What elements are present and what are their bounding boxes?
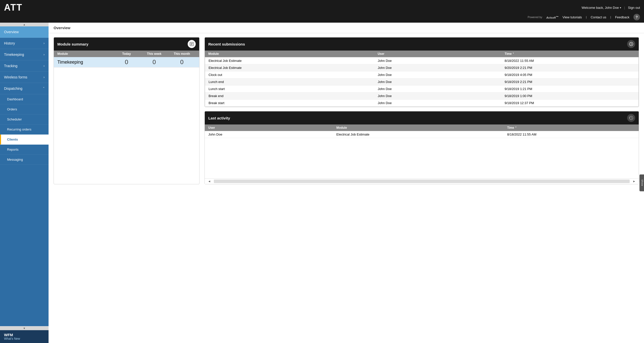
scroll-left-icon[interactable]: ◄ — [207, 180, 212, 183]
module-summary-columns: Module Today This week This month — [54, 51, 199, 57]
right-panels: Recent submissions Module User Time — [205, 37, 639, 184]
app-logo: ATT — [4, 2, 22, 13]
sidebar-item-dispatching[interactable]: Dispatching ˅ — [0, 83, 49, 94]
time-sort-icon-2[interactable]: ˅ — [515, 126, 516, 129]
main-content: Overview Module summary — [49, 23, 644, 343]
last-activity-header: Last activity — [205, 111, 639, 124]
chevron-right-icon: › — [44, 64, 45, 68]
last-activity-columns: User Module Time ˅ — [205, 124, 639, 131]
table-row: Lunch start John Doe 9/18/2019 1:21 PM — [205, 85, 638, 93]
contact-us-link[interactable]: Contact us — [591, 15, 606, 19]
brand-logo: Actsoft~ — [546, 15, 558, 20]
view-tutorials-link[interactable]: View tutorials — [562, 15, 582, 19]
powered-by-text: Powered by — [528, 16, 542, 19]
sign-out-link[interactable]: Sign out — [628, 6, 640, 10]
module-summary-rows: Timekeeping 0 0 0 — [54, 57, 199, 67]
wfm-subtitle: What's New — [4, 337, 45, 340]
sidebar-sub-item-reports[interactable]: Reports — [0, 145, 49, 155]
sidebar-item-wireless-forms[interactable]: Wireless forms › — [0, 72, 49, 83]
module-summary-header: Module summary — [54, 37, 199, 51]
sidebar-footer: WFM What's New — [0, 330, 49, 343]
module-summary-panel: Module summary Module Today This week — [54, 37, 199, 184]
last-activity-panel: Last activity User Module — [205, 111, 639, 184]
sidebar: ▲ Overview History › Timekeeping › Track… — [0, 23, 49, 343]
table-row: Break end John Doe 9/18/2019 1:00 PM — [205, 93, 638, 100]
last-activity-icon-btn[interactable] — [627, 114, 635, 122]
scrollbar-track[interactable] — [214, 180, 630, 183]
table-row: Electrical Job Estimate John Doe 9/20/20… — [205, 64, 638, 71]
recent-submissions-columns: Module User Time ˅ — [205, 51, 639, 57]
sidebar-sub-item-orders[interactable]: Orders — [0, 104, 49, 114]
app-layout: ▲ Overview History › Timekeeping › Track… — [0, 23, 644, 343]
page-title: Overview — [49, 23, 644, 33]
table-row: Lunch end John Doe 9/18/2019 2:21 PM — [205, 78, 638, 85]
time-sort-icon[interactable]: ˅ — [513, 53, 514, 55]
last-activity-scrollbar: ◄ ► — [205, 178, 639, 184]
app-header: ATT Welcome back, John Doe ▾ | Sign out … — [0, 0, 644, 23]
recent-submissions-icon-btn[interactable] — [627, 40, 635, 48]
scroll-right-icon[interactable]: ► — [632, 180, 637, 183]
sidebar-sub-item-dashboard[interactable]: Dashboard — [0, 94, 49, 104]
arrow-left-icon: ← — [637, 181, 640, 185]
side-panel-toggle[interactable]: Show ← — [639, 175, 644, 191]
table-row: Break start John Doe 9/18/2019 12:37 PM — [205, 100, 638, 107]
chevron-down-icon: ˅ — [43, 87, 45, 90]
sidebar-sub-item-clients[interactable]: Clients — [0, 135, 49, 145]
recent-submissions-panel: Recent submissions Module User Time — [205, 37, 639, 107]
module-summary-icon-btn[interactable] — [188, 40, 196, 48]
table-row: John Doe Electrical Job Estimate 8/18/20… — [205, 131, 639, 138]
sidebar-scroll-up[interactable]: ▲ — [0, 23, 49, 26]
last-activity-table: John Doe Electrical Job Estimate 8/18/20… — [205, 131, 639, 138]
help-button[interactable]: ? — [633, 14, 640, 20]
chevron-right-icon: › — [44, 75, 45, 79]
sidebar-item-overview[interactable]: Overview — [0, 26, 49, 38]
svg-point-4 — [629, 42, 633, 46]
content-area: Module summary Module Today This week — [49, 33, 644, 188]
chevron-right-icon: › — [44, 41, 45, 45]
recent-submissions-table[interactable]: Electrical Job Estimate John Doe 8/18/20… — [205, 57, 639, 107]
welcome-dropdown-icon[interactable]: ▾ — [620, 6, 621, 9]
recent-submissions-header: Recent submissions — [205, 37, 639, 51]
sidebar-sub-item-messaging[interactable]: Messaging — [0, 155, 49, 165]
table-row: Electrical Job Estimate John Doe 8/18/20… — [205, 57, 638, 64]
sidebar-item-history[interactable]: History › — [0, 38, 49, 49]
sidebar-item-tracking[interactable]: Tracking › — [0, 60, 49, 72]
welcome-message: Welcome back, John Doe ▾ — [582, 6, 621, 10]
table-row: Timekeeping 0 0 0 — [54, 57, 199, 67]
wfm-title: WFM — [4, 333, 45, 337]
feedback-link[interactable]: Feedback — [615, 15, 629, 19]
chevron-right-icon: › — [44, 53, 45, 56]
sidebar-item-timekeeping[interactable]: Timekeeping › — [0, 49, 49, 60]
sidebar-sub-item-scheduler[interactable]: Scheduler — [0, 114, 49, 124]
table-row: Clock out John Doe 9/18/2019 4:05 PM — [205, 71, 638, 78]
sidebar-scroll-down[interactable]: ▼ — [0, 326, 49, 330]
sidebar-sub-item-recurring-orders[interactable]: Recurring orders — [0, 124, 49, 135]
